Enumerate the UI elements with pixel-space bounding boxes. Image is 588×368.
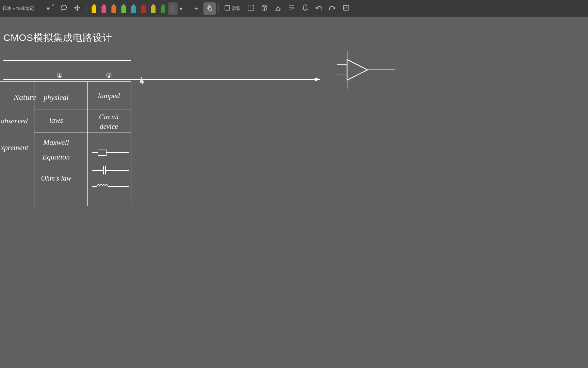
separator-3 xyxy=(187,4,187,13)
separator-2 xyxy=(86,4,86,13)
redo-icon xyxy=(329,4,336,13)
redo-button[interactable] xyxy=(326,2,339,15)
separator-1 xyxy=(41,4,41,13)
svg-rect-9 xyxy=(248,5,254,11)
svg-text:②: ② xyxy=(106,72,112,79)
format-button[interactable] xyxy=(285,2,298,15)
color-yellow2[interactable] xyxy=(148,2,158,15)
bell-icon xyxy=(301,4,309,13)
svg-rect-8 xyxy=(225,5,230,10)
svg-text:lumped: lumped xyxy=(98,91,120,100)
svg-marker-50 xyxy=(315,77,320,81)
format-icon xyxy=(288,4,295,13)
svg-text:xprement: xprement xyxy=(0,143,29,152)
svg-text:Ohm's law: Ohm's law xyxy=(41,174,71,182)
canvas-area[interactable]: CMOS模拟集成电路设计 ① ② Nature observed xpremen… xyxy=(0,17,588,368)
svg-rect-17 xyxy=(343,5,349,10)
select-rect-icon xyxy=(247,4,255,13)
transform-button[interactable] xyxy=(258,2,271,15)
svg-marker-5 xyxy=(76,9,78,11)
eraser-icon xyxy=(274,4,282,13)
select-rect-button[interactable] xyxy=(245,2,257,15)
undo-button[interactable] xyxy=(313,2,325,15)
color-yellow[interactable] xyxy=(89,2,99,15)
svg-text:observed: observed xyxy=(1,117,28,125)
color-cyan[interactable] xyxy=(129,2,138,15)
move-icon xyxy=(74,4,81,13)
lasso-icon xyxy=(60,4,67,13)
undo-icon xyxy=(315,4,323,13)
color-pink[interactable] xyxy=(99,2,109,15)
notification-button[interactable] xyxy=(299,2,311,15)
more-icon xyxy=(342,4,350,13)
svg-marker-4 xyxy=(76,5,78,6)
eraser-button[interactable] xyxy=(272,2,284,15)
color-green2[interactable] xyxy=(158,2,168,15)
toolbar: 日本 » 快速笔记 AI xyxy=(0,0,588,17)
svg-text:physical: physical xyxy=(43,93,68,102)
svg-text:device: device xyxy=(100,122,118,131)
color-palette: ▾ xyxy=(89,2,184,15)
svg-text:Nature: Nature xyxy=(13,93,36,102)
color-red[interactable] xyxy=(138,2,148,15)
shape-label: 形状 xyxy=(232,5,241,12)
color-orange[interactable] xyxy=(109,2,118,15)
color-green[interactable] xyxy=(119,2,128,15)
shape-icon xyxy=(224,5,230,12)
shape-button[interactable]: 形状 xyxy=(222,2,243,15)
svg-text:Circuit: Circuit xyxy=(99,113,119,121)
drawing-canvas: ① ② Nature observed xprement physical la… xyxy=(0,17,588,368)
ai-icon: AI xyxy=(46,4,54,13)
transform-icon xyxy=(261,4,268,13)
ai-button[interactable]: AI xyxy=(44,2,56,15)
svg-line-1 xyxy=(52,4,54,6)
svg-rect-41 xyxy=(98,150,106,155)
hand-icon xyxy=(206,4,213,13)
svg-text:laws: laws xyxy=(49,116,63,124)
lasso-button[interactable] xyxy=(58,2,70,15)
svg-text:AI: AI xyxy=(47,6,50,11)
select-tool[interactable] xyxy=(203,2,216,15)
breadcrumb: 日本 » 快速笔记 xyxy=(3,5,34,12)
chevron-down-icon: ▾ xyxy=(180,5,182,12)
svg-text:①: ① xyxy=(56,72,63,79)
add-button[interactable]: + xyxy=(190,2,202,15)
move-button[interactable] xyxy=(71,2,83,15)
svg-text:Equation: Equation xyxy=(42,153,70,161)
separator-4 xyxy=(218,4,219,13)
svg-marker-6 xyxy=(74,7,76,9)
color-dark-active[interactable] xyxy=(168,2,178,15)
plus-icon: + xyxy=(194,5,198,13)
svg-marker-51 xyxy=(347,60,368,80)
svg-text:Maxwell: Maxwell xyxy=(43,138,69,147)
pen-dropdown[interactable]: ▾ xyxy=(178,2,184,15)
svg-marker-7 xyxy=(79,7,80,9)
more-button[interactable] xyxy=(340,2,352,15)
